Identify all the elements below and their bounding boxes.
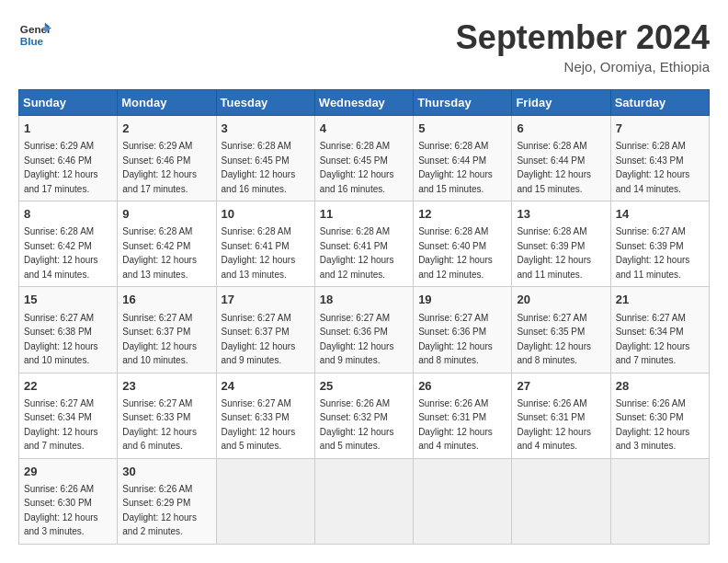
calendar-cell: 21Sunrise: 6:27 AM Sunset: 6:34 PM Dayli… — [610, 287, 709, 373]
calendar-cell: 11Sunrise: 6:28 AM Sunset: 6:41 PM Dayli… — [314, 201, 413, 287]
calendar-cell: 30Sunrise: 6:26 AM Sunset: 6:29 PM Dayli… — [118, 458, 216, 544]
day-detail: Sunrise: 6:28 AM Sunset: 6:42 PM Dayligh… — [122, 226, 197, 280]
header-monday: Monday — [118, 90, 216, 116]
day-number: 15 — [24, 292, 112, 308]
title-block: September 2024 Nejo, Oromiya, Ethiopia — [456, 18, 710, 75]
day-detail: Sunrise: 6:28 AM Sunset: 6:41 PM Dayligh… — [222, 226, 296, 280]
day-number: 1 — [24, 121, 112, 137]
calendar-cell — [610, 458, 709, 544]
day-number: 8 — [24, 206, 112, 223]
day-detail: Sunrise: 6:27 AM Sunset: 6:36 PM Dayligh… — [418, 313, 493, 366]
calendar-header-row: Sunday Monday Tuesday Wednesday Thursday… — [19, 90, 710, 116]
header-saturday: Saturday — [610, 90, 709, 116]
day-number: 18 — [320, 292, 408, 308]
calendar-row: 22Sunrise: 6:27 AM Sunset: 6:34 PM Dayli… — [19, 373, 710, 458]
calendar-cell: 8Sunrise: 6:28 AM Sunset: 6:42 PM Daylig… — [19, 201, 118, 287]
day-number: 5 — [418, 121, 506, 137]
day-number: 26 — [418, 378, 506, 395]
svg-text:Blue: Blue — [20, 35, 44, 47]
header-sunday: Sunday — [19, 90, 118, 116]
calendar-cell: 25Sunrise: 6:26 AM Sunset: 6:32 PM Dayli… — [314, 373, 413, 458]
location: Nejo, Oromiya, Ethiopia — [456, 59, 710, 75]
calendar-row: 8Sunrise: 6:28 AM Sunset: 6:42 PM Daylig… — [19, 201, 710, 287]
calendar-cell — [314, 458, 413, 544]
day-number: 10 — [222, 206, 310, 223]
day-detail: Sunrise: 6:26 AM Sunset: 6:31 PM Dayligh… — [418, 398, 493, 452]
calendar-cell: 14Sunrise: 6:27 AM Sunset: 6:39 PM Dayli… — [610, 201, 709, 287]
calendar-cell: 5Sunrise: 6:28 AM Sunset: 6:44 PM Daylig… — [414, 116, 512, 201]
calendar-cell: 1Sunrise: 6:29 AM Sunset: 6:46 PM Daylig… — [19, 116, 118, 201]
day-number: 27 — [517, 378, 605, 395]
day-detail: Sunrise: 6:26 AM Sunset: 6:30 PM Dayligh… — [24, 484, 98, 537]
calendar-row: 15Sunrise: 6:27 AM Sunset: 6:38 PM Dayli… — [19, 287, 710, 373]
day-number: 30 — [122, 464, 210, 480]
day-detail: Sunrise: 6:26 AM Sunset: 6:30 PM Dayligh… — [616, 398, 690, 452]
day-detail: Sunrise: 6:27 AM Sunset: 6:34 PM Dayligh… — [616, 313, 690, 366]
day-number: 24 — [222, 378, 310, 395]
calendar-cell — [414, 458, 512, 544]
calendar-cell — [216, 458, 314, 544]
calendar-cell: 20Sunrise: 6:27 AM Sunset: 6:35 PM Dayli… — [512, 287, 610, 373]
calendar-cell: 22Sunrise: 6:27 AM Sunset: 6:34 PM Dayli… — [19, 373, 118, 458]
day-detail: Sunrise: 6:28 AM Sunset: 6:45 PM Dayligh… — [222, 141, 296, 194]
calendar-cell: 27Sunrise: 6:26 AM Sunset: 6:31 PM Dayli… — [512, 373, 610, 458]
header-wednesday: Wednesday — [314, 90, 413, 116]
calendar-cell: 2Sunrise: 6:29 AM Sunset: 6:46 PM Daylig… — [118, 116, 216, 201]
day-detail: Sunrise: 6:26 AM Sunset: 6:31 PM Dayligh… — [517, 398, 591, 452]
header-tuesday: Tuesday — [216, 90, 314, 116]
day-number: 4 — [320, 121, 408, 137]
day-number: 25 — [320, 378, 408, 395]
calendar-cell: 15Sunrise: 6:27 AM Sunset: 6:38 PM Dayli… — [19, 287, 118, 373]
day-detail: Sunrise: 6:28 AM Sunset: 6:41 PM Dayligh… — [320, 226, 394, 280]
day-number: 29 — [24, 464, 112, 480]
calendar-cell: 29Sunrise: 6:26 AM Sunset: 6:30 PM Dayli… — [19, 458, 118, 544]
calendar-cell: 9Sunrise: 6:28 AM Sunset: 6:42 PM Daylig… — [118, 201, 216, 287]
day-detail: Sunrise: 6:28 AM Sunset: 6:44 PM Dayligh… — [517, 141, 591, 194]
day-number: 12 — [418, 206, 506, 223]
day-detail: Sunrise: 6:27 AM Sunset: 6:38 PM Dayligh… — [24, 313, 98, 366]
calendar-table: Sunday Monday Tuesday Wednesday Thursday… — [18, 89, 710, 545]
day-detail: Sunrise: 6:28 AM Sunset: 6:42 PM Dayligh… — [24, 226, 98, 280]
calendar-cell: 17Sunrise: 6:27 AM Sunset: 6:37 PM Dayli… — [216, 287, 314, 373]
day-number: 20 — [517, 292, 605, 308]
day-number: 23 — [122, 378, 210, 395]
day-number: 14 — [616, 206, 704, 223]
calendar-cell: 7Sunrise: 6:28 AM Sunset: 6:43 PM Daylig… — [610, 116, 709, 201]
day-number: 22 — [24, 378, 112, 395]
calendar-cell: 19Sunrise: 6:27 AM Sunset: 6:36 PM Dayli… — [414, 287, 512, 373]
calendar-cell: 12Sunrise: 6:28 AM Sunset: 6:40 PM Dayli… — [414, 201, 512, 287]
day-number: 2 — [122, 121, 210, 137]
day-number: 28 — [616, 378, 704, 395]
day-detail: Sunrise: 6:27 AM Sunset: 6:35 PM Dayligh… — [517, 313, 591, 366]
calendar-row: 29Sunrise: 6:26 AM Sunset: 6:30 PM Dayli… — [19, 458, 710, 544]
calendar-cell: 16Sunrise: 6:27 AM Sunset: 6:37 PM Dayli… — [118, 287, 216, 373]
calendar-cell: 23Sunrise: 6:27 AM Sunset: 6:33 PM Dayli… — [118, 373, 216, 458]
calendar-cell: 4Sunrise: 6:28 AM Sunset: 6:45 PM Daylig… — [314, 116, 413, 201]
day-detail: Sunrise: 6:28 AM Sunset: 6:43 PM Dayligh… — [616, 141, 690, 194]
calendar-cell: 6Sunrise: 6:28 AM Sunset: 6:44 PM Daylig… — [512, 116, 610, 201]
day-detail: Sunrise: 6:26 AM Sunset: 6:29 PM Dayligh… — [122, 484, 197, 537]
calendar-cell: 3Sunrise: 6:28 AM Sunset: 6:45 PM Daylig… — [216, 116, 314, 201]
month-title: September 2024 — [456, 18, 710, 57]
page-header: General Blue September 2024 Nejo, Oromiy… — [18, 18, 710, 75]
day-number: 9 — [122, 206, 210, 223]
header-thursday: Thursday — [414, 90, 512, 116]
day-detail: Sunrise: 6:28 AM Sunset: 6:45 PM Dayligh… — [320, 141, 394, 194]
day-detail: Sunrise: 6:29 AM Sunset: 6:46 PM Dayligh… — [122, 141, 197, 194]
day-number: 16 — [122, 292, 210, 308]
logo-icon: General Blue — [18, 18, 51, 52]
calendar-cell — [512, 458, 610, 544]
day-detail: Sunrise: 6:27 AM Sunset: 6:34 PM Dayligh… — [24, 398, 98, 452]
day-detail: Sunrise: 6:27 AM Sunset: 6:37 PM Dayligh… — [222, 313, 296, 366]
calendar-row: 1Sunrise: 6:29 AM Sunset: 6:46 PM Daylig… — [19, 116, 710, 201]
calendar-cell: 10Sunrise: 6:28 AM Sunset: 6:41 PM Dayli… — [216, 201, 314, 287]
day-number: 19 — [418, 292, 506, 308]
day-detail: Sunrise: 6:27 AM Sunset: 6:39 PM Dayligh… — [616, 226, 690, 280]
calendar-cell: 28Sunrise: 6:26 AM Sunset: 6:30 PM Dayli… — [610, 373, 709, 458]
day-number: 3 — [222, 121, 310, 137]
calendar-cell: 26Sunrise: 6:26 AM Sunset: 6:31 PM Dayli… — [414, 373, 512, 458]
day-detail: Sunrise: 6:27 AM Sunset: 6:33 PM Dayligh… — [222, 398, 296, 452]
header-friday: Friday — [512, 90, 610, 116]
day-detail: Sunrise: 6:29 AM Sunset: 6:46 PM Dayligh… — [24, 141, 98, 194]
calendar-cell: 13Sunrise: 6:28 AM Sunset: 6:39 PM Dayli… — [512, 201, 610, 287]
